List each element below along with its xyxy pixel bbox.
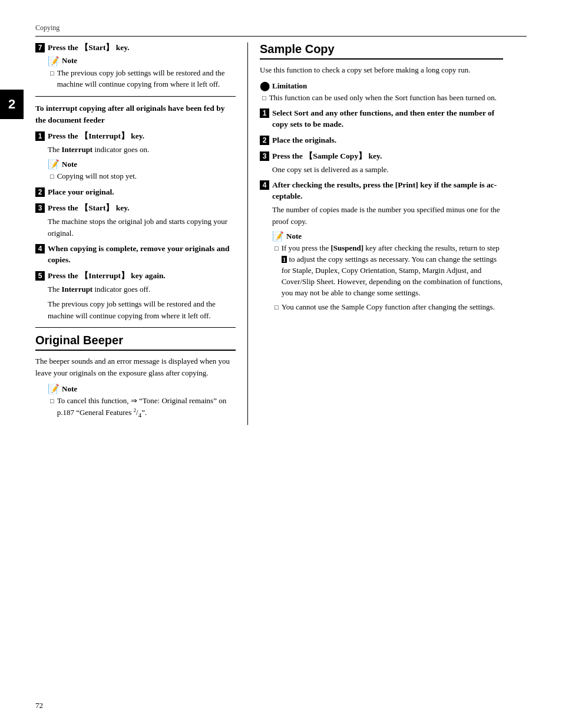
beeper-section-rule <box>35 327 236 328</box>
interrupt-step-3-heading: 3 Press the 【Start】 key. <box>35 203 236 214</box>
sample-step-4-note-text-1: If you press the [Suspend] key after che… <box>282 243 503 298</box>
original-beeper-intro: The beeper sounds and an error mes­sage … <box>35 355 236 378</box>
interrupt-step-4-heading: 4 When copying is complete, re­move your… <box>35 243 236 266</box>
sample-step-2-number: 2 <box>260 136 269 145</box>
sample-step-4-number: 4 <box>260 180 269 190</box>
sample-step-4-note-item-1: □ If you press the [Suspend] key after c… <box>275 243 503 298</box>
step-7-note-item: □ The previous copy job settings will be… <box>50 68 236 90</box>
interrupt-subheading: To interrupt copying after all originals… <box>35 103 236 127</box>
note-bullet-5: □ <box>275 304 279 311</box>
interrupt-step-5-title: Press the 【Interrupt】 key again. <box>48 271 166 282</box>
sample-step-4-block: 4 After checking the results, press the … <box>260 180 503 313</box>
sample-step-1-number: 1 <box>260 108 269 118</box>
interrupt-step-1-note-label: Note <box>62 160 77 169</box>
sample-step-4-heading: 4 After checking the results, press the … <box>260 180 503 202</box>
note-bullet-4: □ <box>275 245 279 252</box>
page: Copying 2 7 Press the 【Start】 key. 📝 Not… <box>0 0 562 728</box>
interrupt-step-1-number: 1 <box>35 131 45 141</box>
right-column: Sample Copy Use this function to check a… <box>247 42 527 425</box>
sample-copy-title: Sample Copy <box>260 42 503 60</box>
note-bullet: □ <box>50 70 54 77</box>
sample-step-2-block: 2 Place the originals. <box>260 135 503 146</box>
interrupt-step-1-heading: 1 Press the 【Interrupt】 key. <box>35 131 236 142</box>
breadcrumb: Copying <box>0 24 562 32</box>
sample-step-4-note: 📝 Note □ If you press the [Suspend] key … <box>272 230 503 313</box>
sample-step-4-note-text-2: You cannot use the Sample Copy function … <box>282 302 495 313</box>
interrupt-step-1-note-text: Copying will not stop yet. <box>57 171 137 182</box>
original-beeper-note-text: To cancel this function, ⇒ “Tone: Origin… <box>57 396 236 420</box>
interrupt-step-5-block: 5 Press the 【Interrupt】 key again. The I… <box>35 271 236 321</box>
sample-step-3-body: One copy set is delivered as a sample. <box>272 164 503 176</box>
interrupt-step-3-block: 3 Press the 【Start】 key. The machine sto… <box>35 203 236 239</box>
step-7-block: 7 Press the 【Start】 key. 📝 Note □ The pr… <box>35 42 236 90</box>
interrupt-step-1-note-heading: 📝 Note <box>48 159 236 170</box>
interrupt-step-4-title: When copying is complete, re­move your o… <box>48 243 236 266</box>
original-beeper-title: Original Beeper <box>35 334 236 351</box>
note-icon-4: 📝 <box>272 230 284 242</box>
sample-step-4-note-heading: 📝 Note <box>272 230 503 242</box>
step-7-note-heading: 📝 Note <box>48 55 236 67</box>
original-beeper-note-item: □ To cancel this function, ⇒ “Tone: Orig… <box>50 396 236 420</box>
sample-step-3-heading: 3 Press the 【Sample Copy】 key. <box>260 151 503 162</box>
interrupt-step-1-body: The Interrupt indicator goes on. <box>48 144 236 156</box>
step-7-note: 📝 Note □ The previous copy job settings … <box>48 55 236 90</box>
note-icon: 📝 <box>48 55 59 67</box>
interrupt-step-4-number: 4 <box>35 244 45 253</box>
note-bullet-2: □ <box>50 173 54 180</box>
step-7-title: Press the 【Start】 key. <box>48 42 130 54</box>
original-beeper-title-block: Original Beeper <box>35 334 236 351</box>
sample-step-4-note-label: Note <box>286 232 302 241</box>
sample-step-1-title: Select Sort and any other func­tions, an… <box>272 108 503 130</box>
note-bullet-3: □ <box>50 397 54 404</box>
page-number: 72 <box>35 701 43 710</box>
limitation-text: This function can be used only when the … <box>269 93 497 104</box>
interrupt-step-5-number: 5 <box>35 271 45 281</box>
interrupt-step-3-title: Press the 【Start】 key. <box>48 203 130 214</box>
interrupt-step-2-block: 2 Place your original. <box>35 187 236 198</box>
interrupt-step-2-title: Place your original. <box>48 187 114 198</box>
limitation-icon: ⬤ <box>260 81 270 91</box>
interrupt-step-1-note-item: □ Copying will not stop yet. <box>50 171 236 182</box>
limitation-heading: ⬤ Limitation <box>260 81 503 91</box>
interrupt-step-5-body1: The Interrupt indicator goes off. <box>48 284 236 295</box>
sample-copy-intro: Use this function to check a copy set be… <box>260 64 503 76</box>
original-beeper-note-heading: 📝 Note <box>48 383 236 394</box>
left-column: 2 7 Press the 【Start】 key. 📝 Note □ The … <box>0 42 247 425</box>
interrupt-step-2-number: 2 <box>35 187 45 197</box>
note-icon-3: 📝 <box>48 383 59 394</box>
sample-step-3-number: 3 <box>260 151 269 161</box>
limitation-item: □ This function can be used only when th… <box>262 93 503 104</box>
sample-step-4-note-item-2: □ You cannot use the Sample Copy functio… <box>275 302 503 313</box>
interrupt-section-rule <box>35 96 236 97</box>
interrupt-step-5-heading: 5 Press the 【Interrupt】 key again. <box>35 271 236 282</box>
top-divider <box>35 36 527 37</box>
sample-step-1-heading: 1 Select Sort and any other func­tions, … <box>260 108 503 130</box>
step-7-number: 7 <box>35 43 45 52</box>
step-7-note-label: Note <box>62 56 77 65</box>
step-7-heading: 7 Press the 【Start】 key. <box>35 42 236 54</box>
interrupt-step-4-block: 4 When copying is complete, re­move your… <box>35 243 236 266</box>
original-beeper-note-label: Note <box>62 384 77 394</box>
limitation-block: ⬤ Limitation □ This function can be used… <box>260 81 503 104</box>
sample-copy-title-block: Sample Copy <box>260 42 503 60</box>
sample-step-4-body: The number of copies made is the number … <box>272 204 503 227</box>
interrupt-step-1-note: 📝 Note □ Copying will not stop yet. <box>48 159 236 182</box>
sample-step-4-title: After checking the results, press the [P… <box>272 180 503 202</box>
sample-step-2-heading: 2 Place the originals. <box>260 135 503 146</box>
chapter-tab: 2 <box>0 90 24 119</box>
interrupt-step-1-title: Press the 【Interrupt】 key. <box>48 131 144 142</box>
sample-step-1-block: 1 Select Sort and any other func­tions, … <box>260 108 503 130</box>
limitation-label: Limitation <box>272 81 307 91</box>
sample-step-2-title: Place the originals. <box>272 135 336 146</box>
interrupt-step-3-number: 3 <box>35 203 45 213</box>
interrupt-step-5-body2: The previous copy job settings will be r… <box>48 298 236 321</box>
limitation-bullet: □ <box>262 94 266 101</box>
interrupt-step-3-body: The machine stops the original job and s… <box>48 216 236 239</box>
interrupt-step-2-heading: 2 Place your original. <box>35 187 236 198</box>
interrupt-step-1-block: 1 Press the 【Interrupt】 key. The Interru… <box>35 131 236 182</box>
sample-step-3-block: 3 Press the 【Sample Copy】 key. One copy … <box>260 151 503 175</box>
step-7-note-text: The previous copy job settings will be r… <box>57 68 236 90</box>
sample-step-3-title: Press the 【Sample Copy】 key. <box>272 151 382 162</box>
original-beeper-note: 📝 Note □ To cancel this function, ⇒ “Ton… <box>48 383 236 420</box>
note-icon-2: 📝 <box>48 159 59 170</box>
